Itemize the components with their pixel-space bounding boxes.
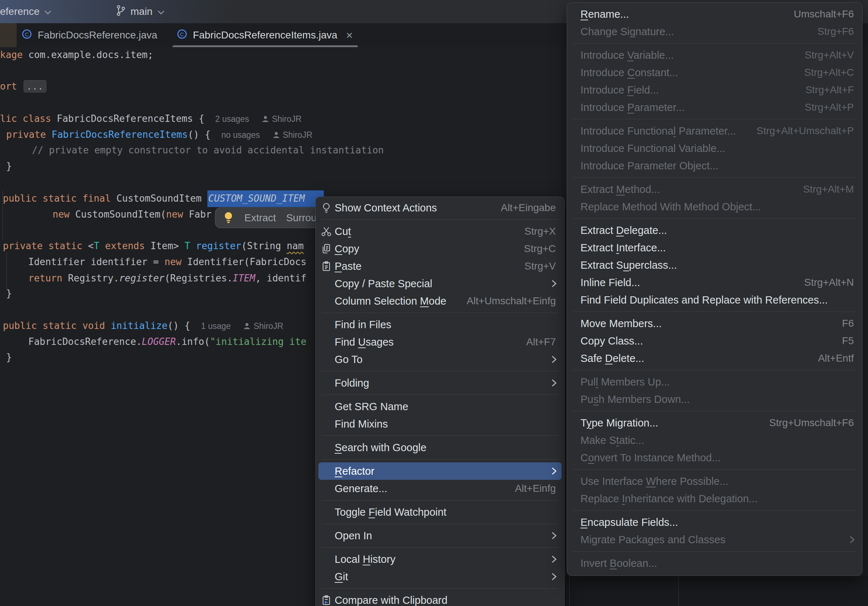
- menu-item-find-mixins[interactable]: Find Mixins: [318, 415, 562, 432]
- menu-item-push-members-down[interactable]: Push Members Down...: [570, 391, 860, 408]
- menu-item-label: Paste: [335, 260, 361, 272]
- author-inlay-hint[interactable]: ShiroJR: [243, 318, 283, 334]
- extract-button[interactable]: Extract: [244, 212, 276, 224]
- paste-icon: [318, 261, 335, 272]
- menu-item-paste[interactable]: PasteStrg+V: [318, 257, 562, 275]
- menu-item-introduce-parameter-object[interactable]: Introduce Parameter Object...: [570, 157, 860, 174]
- menu-separator: [322, 395, 558, 395]
- menu-item-pull-members-up[interactable]: Pull Members Up...: [570, 373, 860, 391]
- code-token: FabricDocsReferenceItems {: [51, 113, 205, 124]
- menu-item-local-history[interactable]: Local History: [318, 550, 562, 568]
- person-icon: [243, 318, 251, 334]
- code-line: FabricDocsReference.LOGGER.info("initial…: [28, 334, 306, 350]
- tab-fabricdocsreferenceitems-java[interactable]: CFabricDocsReferenceItems.java×: [172, 23, 359, 47]
- menu-item-extract-superclass[interactable]: Extract Superclass...: [570, 256, 860, 274]
- menu-item-label: Toggle Field Watchpoint: [335, 506, 446, 518]
- scissors-icon: [318, 226, 335, 237]
- menu-item-replace-method-with-method-object[interactable]: Replace Method With Method Object...: [570, 198, 860, 215]
- menu-separator: [322, 524, 558, 524]
- code-token: FabricDocsReferenceItems: [46, 129, 188, 140]
- class-icon: C: [176, 28, 188, 42]
- code-token: Fabr: [183, 209, 211, 220]
- menu-item-label: Introduce Functional Parameter...: [570, 125, 736, 137]
- menu-item-change-signature[interactable]: Change Signature...Strg+F6: [570, 23, 860, 40]
- menu-item-find-usages[interactable]: Find UsagesAlt+F7: [318, 333, 562, 351]
- menu-item-label: Invert Boolean...: [570, 557, 657, 569]
- menu-item-invert-boolean[interactable]: Invert Boolean...: [570, 555, 860, 572]
- menu-shortcut: Strg+Alt+P: [805, 102, 860, 113]
- menu-item-extract-interface[interactable]: Extract Interface...: [570, 239, 860, 256]
- code-token: "initializing ite: [210, 336, 306, 347]
- menu-item-migrate-packages-and-classes[interactable]: Migrate Packages and Classes: [570, 531, 860, 548]
- close-icon[interactable]: ×: [346, 29, 353, 41]
- menu-item-introduce-variable[interactable]: Introduce Variable...Strg+Alt+V: [570, 46, 860, 64]
- code-token: register: [191, 240, 242, 251]
- menu-item-compare-with-clipboard[interactable]: Compare with Clipboard: [318, 592, 562, 606]
- menu-item-introduce-functional-parameter[interactable]: Introduce Functional Parameter...Strg+Al…: [570, 122, 860, 139]
- menu-shortcut: F5: [842, 335, 860, 347]
- menu-item-encapsulate-fields[interactable]: Encapsulate Fields...: [570, 513, 860, 531]
- menu-item-find-field-duplicates-and-replace-with-references[interactable]: Find Field Duplicates and Replace with R…: [570, 291, 860, 308]
- menu-item-extract-method[interactable]: Extract Method...Strg+Alt+M: [570, 181, 860, 198]
- menu-item-column-selection-mode[interactable]: Column Selection ModeAlt+Umschalt+Einfg: [318, 292, 562, 310]
- menu-item-make-static[interactable]: Make Static...: [570, 432, 860, 449]
- submenu-arrow-icon: [552, 378, 562, 388]
- menu-item-type-migration[interactable]: Type Migration...Strg+Umschalt+F6: [570, 414, 860, 432]
- menu-item-copy-paste-special[interactable]: Copy / Paste Special: [318, 275, 562, 292]
- menu-item-safe-delete[interactable]: Safe Delete...Alt+Entf: [570, 350, 860, 367]
- menu-item-refactor[interactable]: Refactor: [318, 462, 562, 480]
- menu-item-introduce-functional-variable[interactable]: Introduce Functional Variable...: [570, 139, 860, 157]
- menu-separator: [573, 469, 856, 470]
- menu-item-replace-inheritance-with-delegation[interactable]: Replace Inheritance with Delegation...: [570, 490, 860, 507]
- menu-item-find-in-files[interactable]: Find in Files: [318, 316, 562, 333]
- code-token: public static final: [3, 193, 111, 204]
- author-inlay-hint[interactable]: ShiroJR: [272, 127, 313, 143]
- menu-item-inline-field[interactable]: Inline Field...Strg+Alt+N: [570, 274, 860, 291]
- menu-item-use-interface-where-possible[interactable]: Use Interface Where Possible...: [570, 473, 860, 490]
- usages-inlay-hint[interactable]: 1 usage: [201, 321, 231, 331]
- code-token: kage: [0, 49, 23, 60]
- menu-shortcut: Strg+Umschalt+F6: [769, 417, 860, 429]
- menu-item-label: Extract Interface...: [570, 242, 666, 254]
- menu-item-introduce-parameter[interactable]: Introduce Parameter...Strg+Alt+P: [570, 99, 860, 116]
- menu-item-search-with-google[interactable]: Search with Google: [318, 439, 562, 456]
- menu-item-rename[interactable]: Rename...Umschalt+F6: [570, 5, 860, 23]
- menu-item-copy-class[interactable]: Copy Class...F5: [570, 332, 860, 350]
- menu-item-go-to[interactable]: Go To: [318, 351, 562, 368]
- menu-item-generate[interactable]: Generate...Alt+Einfg: [318, 480, 562, 497]
- author-inlay-hint[interactable]: ShiroJR: [261, 111, 302, 127]
- menu-item-convert-to-instance-method[interactable]: Convert To Instance Method...: [570, 449, 860, 467]
- code-token: initialize: [105, 320, 167, 331]
- code-token: (String: [241, 240, 287, 251]
- menu-shortcut: Strg+V: [525, 260, 562, 272]
- menu-separator: [573, 370, 856, 370]
- menu-item-copy[interactable]: CopyStrg+C: [318, 240, 562, 257]
- code-line: private FabricDocsReferenceItems() {no u…: [6, 127, 313, 143]
- menu-item-label: Refactor: [335, 465, 375, 477]
- code-token: lic class: [0, 113, 51, 124]
- author-name: ShiroJR: [283, 127, 313, 143]
- usages-inlay-hint[interactable]: 2 usages: [215, 114, 249, 124]
- menu-item-folding[interactable]: Folding: [318, 374, 562, 392]
- menu-item-label: Column Selection Mode: [335, 295, 446, 307]
- menu-item-label: Encapsulate Fields...: [570, 516, 678, 529]
- menu-item-introduce-constant[interactable]: Introduce Constant...Strg+Alt+C: [570, 64, 860, 81]
- project-selector[interactable]: eference: [0, 0, 52, 23]
- menu-item-extract-delegate[interactable]: Extract Delegate...: [570, 222, 860, 239]
- folded-imports[interactable]: ...: [23, 80, 46, 93]
- chevron-down-icon: [44, 6, 52, 17]
- menu-item-open-in[interactable]: Open In: [318, 527, 562, 544]
- menu-item-git[interactable]: Git: [318, 568, 562, 585]
- git-branch-selector[interactable]: main: [115, 0, 165, 23]
- menu-item-get-srg-name[interactable]: Get SRG Name: [318, 398, 562, 415]
- menu-item-move-members[interactable]: Move Members...F6: [570, 315, 860, 332]
- menu-item-introduce-field[interactable]: Introduce Field...Strg+Alt+F: [570, 81, 860, 99]
- menu-item-label: Copy Class...: [570, 335, 643, 347]
- menu-item-toggle-field-watchpoint[interactable]: Toggle Field Watchpoint: [318, 504, 562, 521]
- menu-item-cut[interactable]: CutStrg+X: [318, 223, 562, 240]
- tab-fabricdocsreference-java[interactable]: CFabricDocsReference.java: [17, 23, 172, 47]
- menu-separator: [322, 313, 558, 313]
- menu-shortcut: Alt+Umschalt+Einfg: [467, 295, 562, 307]
- menu-item-show-context-actions[interactable]: Show Context ActionsAlt+Eingabe: [318, 199, 562, 217]
- usages-inlay-hint[interactable]: no usages: [222, 130, 260, 139]
